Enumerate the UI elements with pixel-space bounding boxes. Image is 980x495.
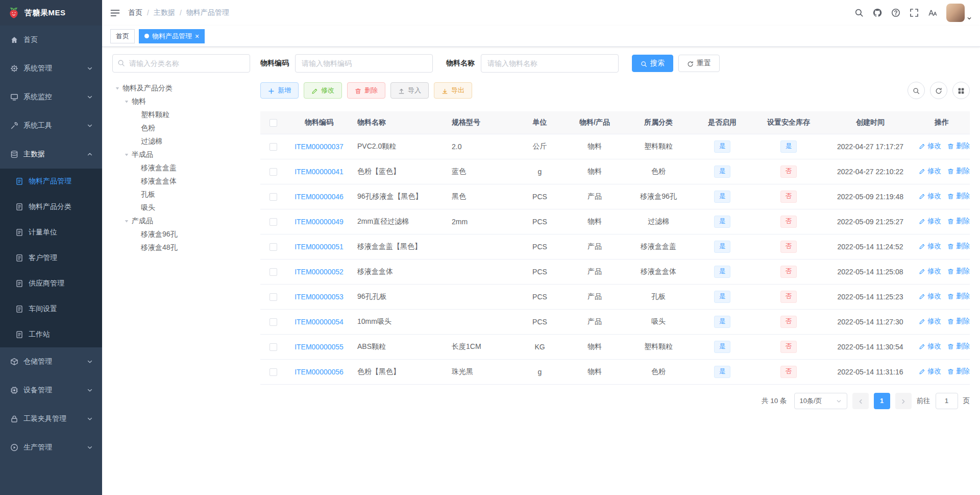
font-size-icon[interactable]: [928, 8, 937, 17]
row-delete-button[interactable]: 删除: [947, 192, 970, 201]
row-edit-button[interactable]: 修改: [919, 242, 941, 251]
material-code-link[interactable]: ITEM00000056: [295, 368, 344, 376]
material-code-link[interactable]: ITEM00000041: [295, 168, 344, 176]
tree-node[interactable]: 移液盒48孔: [112, 241, 250, 254]
sidebar-item-workstation[interactable]: 工作站: [0, 322, 102, 347]
sidebar-item-home[interactable]: 首页: [0, 26, 102, 54]
tree-node[interactable]: 孔板: [112, 188, 250, 201]
sidebar-item-supplier-management[interactable]: 供应商管理: [0, 271, 102, 296]
row-edit-button[interactable]: 修改: [919, 267, 941, 276]
row-delete-button[interactable]: 删除: [947, 217, 970, 226]
row-edit-button[interactable]: 修改: [919, 142, 941, 151]
sidebar-item-system-tools[interactable]: 系统工具: [0, 111, 102, 140]
add-button[interactable]: 新增: [260, 82, 299, 99]
row-delete-button[interactable]: 删除: [947, 292, 970, 301]
edit-button[interactable]: 修改: [304, 82, 342, 99]
row-checkbox[interactable]: [270, 218, 277, 226]
tree-node[interactable]: 移液盒盒体: [112, 175, 250, 188]
tree-node[interactable]: 色粉: [112, 122, 250, 135]
fullscreen-icon[interactable]: [910, 8, 919, 17]
prev-page-button[interactable]: [852, 393, 869, 409]
row-delete-button[interactable]: 删除: [947, 367, 970, 376]
tree-node[interactable]: 半成品: [112, 148, 250, 161]
sidebar-item-measure-unit[interactable]: 计量单位: [0, 220, 102, 245]
goto-page-input[interactable]: [936, 393, 958, 409]
sidebar-item-material-product-category[interactable]: 物料产品分类: [0, 194, 102, 220]
tree-expand-icon[interactable]: [121, 152, 132, 157]
tree-expand-icon[interactable]: [112, 86, 122, 91]
tree-expand-icon[interactable]: [121, 219, 132, 224]
row-checkbox[interactable]: [270, 368, 277, 376]
sidebar-item-system-admin[interactable]: 系统管理: [0, 54, 102, 83]
row-edit-button[interactable]: 修改: [919, 167, 941, 176]
sidebar-item-material-product-management[interactable]: 物料产品管理: [0, 169, 102, 194]
material-code-link[interactable]: ITEM00000046: [295, 193, 344, 201]
row-edit-button[interactable]: 修改: [919, 292, 941, 301]
row-checkbox[interactable]: [270, 293, 277, 301]
breadcrumb-item[interactable]: 主数据: [154, 8, 175, 17]
app-logo[interactable]: 苦糖果MES: [0, 0, 102, 26]
search-button[interactable]: 搜索: [632, 55, 673, 72]
material-code-link[interactable]: ITEM00000051: [295, 243, 344, 251]
next-page-button[interactable]: [895, 393, 912, 409]
row-checkbox[interactable]: [270, 143, 277, 151]
row-checkbox[interactable]: [270, 168, 277, 176]
row-edit-button[interactable]: 修改: [919, 192, 941, 201]
tree-expand-icon[interactable]: [121, 99, 132, 104]
row-delete-button[interactable]: 删除: [947, 342, 970, 351]
tree-node[interactable]: 物料: [112, 95, 250, 108]
tree-node[interactable]: 塑料颗粒: [112, 108, 250, 122]
close-icon[interactable]: ×: [195, 33, 199, 40]
sidebar-item-system-monitor[interactable]: 系统监控: [0, 83, 102, 111]
name-filter-input[interactable]: [481, 54, 619, 73]
page-number-button[interactable]: 1: [874, 393, 890, 409]
tree-node[interactable]: 吸头: [112, 201, 250, 215]
tree-node[interactable]: 移液盒96孔: [112, 228, 250, 241]
row-checkbox[interactable]: [270, 268, 277, 276]
row-edit-button[interactable]: 修改: [919, 217, 941, 226]
help-icon[interactable]: [891, 8, 900, 17]
material-code-link[interactable]: ITEM00000052: [295, 268, 344, 276]
toggle-search-button[interactable]: [908, 82, 925, 99]
tab-material-product-management[interactable]: 物料产品管理×: [139, 29, 205, 43]
sidebar-item-customer-management[interactable]: 客户管理: [0, 245, 102, 271]
user-menu[interactable]: [946, 4, 972, 22]
select-all-checkbox[interactable]: [270, 119, 277, 127]
import-button[interactable]: 导入: [390, 82, 429, 99]
search-icon[interactable]: [854, 8, 864, 17]
code-filter-input[interactable]: [295, 54, 433, 73]
row-delete-button[interactable]: 删除: [947, 267, 970, 276]
row-delete-button[interactable]: 删除: [947, 317, 970, 326]
page-size-select[interactable]: 10条/页: [794, 393, 847, 409]
category-search-input[interactable]: [112, 54, 250, 73]
sidebar-item-master-data[interactable]: 主数据: [0, 140, 102, 169]
tab-home[interactable]: 首页: [110, 29, 135, 43]
tree-node[interactable]: 物料及产品分类: [112, 82, 250, 95]
row-delete-button[interactable]: 删除: [947, 142, 970, 151]
tree-node[interactable]: 过滤棉: [112, 135, 250, 148]
hamburger-icon[interactable]: [110, 9, 120, 17]
row-checkbox[interactable]: [270, 343, 277, 351]
export-button[interactable]: 导出: [434, 82, 472, 99]
delete-button[interactable]: 删除: [347, 82, 385, 99]
row-edit-button[interactable]: 修改: [919, 342, 941, 351]
row-edit-button[interactable]: 修改: [919, 317, 941, 326]
sidebar-item-workshop-settings[interactable]: 车间设置: [0, 296, 102, 322]
row-checkbox[interactable]: [270, 193, 277, 201]
tree-node[interactable]: 移液盒盒盖: [112, 161, 250, 175]
row-delete-button[interactable]: 删除: [947, 167, 970, 176]
row-checkbox[interactable]: [270, 243, 277, 251]
row-delete-button[interactable]: 删除: [947, 242, 970, 251]
material-code-link[interactable]: ITEM00000055: [295, 343, 344, 351]
breadcrumb-item[interactable]: 首页: [128, 8, 142, 17]
reset-button[interactable]: 重置: [678, 55, 720, 72]
sidebar-item-fixture-management[interactable]: 工装夹具管理: [0, 405, 102, 433]
material-code-link[interactable]: ITEM00000053: [295, 293, 344, 301]
material-code-link[interactable]: ITEM00000049: [295, 218, 344, 226]
tree-node[interactable]: 产成品: [112, 215, 250, 228]
sidebar-item-warehouse-management[interactable]: 仓储管理: [0, 347, 102, 376]
column-settings-button[interactable]: [952, 82, 970, 99]
sidebar-item-production-management[interactable]: 生产管理: [0, 433, 102, 462]
row-checkbox[interactable]: [270, 318, 277, 326]
material-code-link[interactable]: ITEM00000054: [295, 318, 344, 326]
